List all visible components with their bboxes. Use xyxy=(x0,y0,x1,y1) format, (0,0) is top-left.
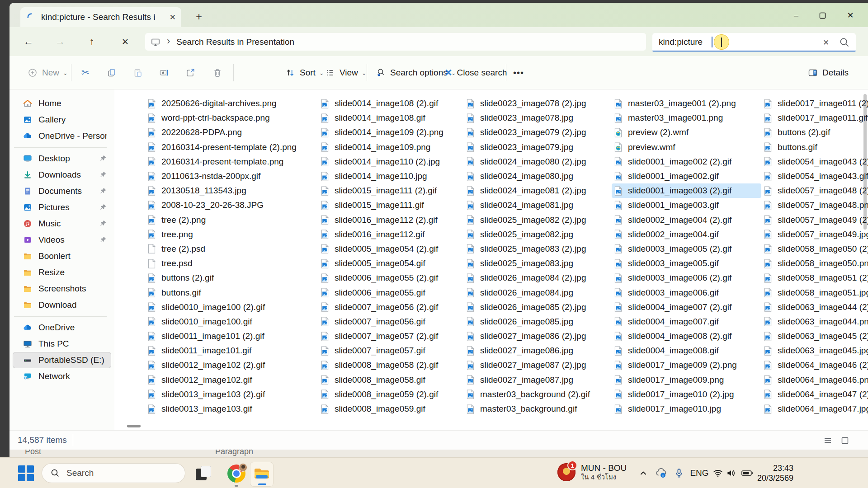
file-item[interactable]: slide0023_image078.jpg xyxy=(464,111,612,125)
tray-microphone[interactable] xyxy=(671,458,687,488)
file-item[interactable]: slide0004_image008 (2).gif xyxy=(612,329,761,343)
sports-notification[interactable]: 1 MUN - BOU ใน 4 ชั่วโมง xyxy=(557,463,627,481)
taskbar-clock[interactable]: 23:43 20/3/2569 xyxy=(757,463,793,483)
sidebar-item-downloads[interactable]: Downloads xyxy=(13,167,111,183)
delete-button[interactable] xyxy=(208,63,227,83)
sidebar-item-gallery[interactable]: Gallery xyxy=(13,112,111,127)
file-item[interactable]: buttons.gif xyxy=(761,140,868,155)
file-item[interactable]: preview.wmf xyxy=(612,140,761,155)
file-item[interactable]: slide0008_image059.gif xyxy=(318,402,464,416)
file-item[interactable]: slide0023_image078 (2).jpg xyxy=(464,96,612,111)
file-item[interactable]: slide0025_image083 (2).jpg xyxy=(464,242,612,256)
file-item[interactable]: slide0058_image051.jpg xyxy=(761,285,868,300)
stop-refresh-button[interactable]: ✕ xyxy=(116,33,134,50)
large-icons-toggle[interactable] xyxy=(838,434,852,447)
file-item[interactable]: slide0014_image110.jpg xyxy=(318,169,464,183)
file-list[interactable]: 20250626-digital-archives.pngword-ppt-ct… xyxy=(114,89,868,430)
file-item[interactable]: slide0054_image043 (2).gif xyxy=(761,155,868,169)
file-item[interactable]: 20160314-present-template (2).png xyxy=(145,140,318,155)
sidebar-item-onedrive[interactable]: OneDrive xyxy=(13,320,111,335)
sidebar-item-portablessd-e-[interactable]: PortableSSD (E:) xyxy=(13,352,111,368)
file-item[interactable]: slide0013_image103.gif xyxy=(145,402,318,416)
file-item[interactable]: buttons (2).gif xyxy=(761,125,868,140)
horizontal-scrollbar-thumb[interactable] xyxy=(127,425,141,427)
file-item[interactable]: 20250626-digital-archives.png xyxy=(145,96,318,111)
file-item[interactable]: slide0003_image005.gif xyxy=(612,256,761,271)
file-item[interactable]: slide0004_image007.gif xyxy=(612,314,761,329)
file-item[interactable]: slide0017_image009 (2).png xyxy=(612,358,761,372)
file-item[interactable]: buttons (2).gif xyxy=(145,271,318,285)
search-magnifier-icon[interactable] xyxy=(839,37,850,48)
file-item[interactable]: slide0017_image010.jpg xyxy=(612,402,761,416)
file-item[interactable]: slide0007_image056 (2).gif xyxy=(318,300,464,314)
new-button[interactable]: New⌄ xyxy=(23,63,72,83)
file-item[interactable]: slide0023_image079 (2).jpg xyxy=(464,125,612,140)
file-item[interactable]: slide0026_image085.jpg xyxy=(464,314,612,329)
file-item[interactable]: slide0017_image011 (2).gif xyxy=(761,96,868,111)
file-item[interactable]: slide0027_image086.jpg xyxy=(464,343,612,358)
file-item[interactable]: slide0005_image054.gif xyxy=(318,256,464,271)
file-item[interactable]: slide0027_image086 (2).jpg xyxy=(464,329,612,343)
file-item[interactable]: slide0063_image044.png xyxy=(761,314,868,329)
file-item[interactable]: slide0064_image047 (2).jpg xyxy=(761,387,868,402)
more-options-button[interactable]: ••• xyxy=(509,63,528,83)
file-item[interactable]: slide0026_image084.jpg xyxy=(464,285,612,300)
file-item[interactable]: slide0008_image059 (2).gif xyxy=(318,387,464,402)
address-bar[interactable]: › Search Results in Presentation xyxy=(145,33,646,51)
file-item[interactable]: slide0057_image048 (2).png xyxy=(761,183,868,198)
file-item[interactable]: slide0007_image057.gif xyxy=(318,343,464,358)
file-item[interactable]: tree.psd xyxy=(145,256,318,271)
sidebar-item-music[interactable]: Music xyxy=(13,216,111,231)
file-item[interactable]: slide0016_image112.gif xyxy=(318,227,464,242)
file-item[interactable]: slide0010_image100.gif xyxy=(145,314,318,329)
file-item[interactable]: slide0024_image081.jpg xyxy=(464,198,612,212)
file-item[interactable]: slide0063_image045.jpg xyxy=(761,343,868,358)
file-item[interactable]: slide0014_image109.png xyxy=(318,140,464,155)
file-item[interactable]: slide0003_image005 (2).gif xyxy=(612,242,761,256)
explorer-tab[interactable]: kind:picture - Search Results i ✕ xyxy=(20,7,181,27)
file-item[interactable]: slide0058_image050 (2).png xyxy=(761,242,868,256)
file-item[interactable]: 20130518_113543.jpg xyxy=(145,183,318,198)
file-item[interactable]: slide0002_image004.gif xyxy=(612,227,761,242)
file-item[interactable]: slide0008_image058 (2).gif xyxy=(318,358,464,372)
file-item[interactable]: slide0024_image081 (2).jpg xyxy=(464,183,612,198)
sidebar-item-resize[interactable]: Resize xyxy=(13,265,111,280)
file-item[interactable]: slide0013_image103 (2).gif xyxy=(145,387,318,402)
tray-overflow-chevron[interactable] xyxy=(635,458,651,488)
taskbar-app-file-explorer[interactable] xyxy=(250,462,274,487)
file-item[interactable]: slide0011_image101 (2).gif xyxy=(145,329,318,343)
file-item[interactable]: slide0006_image055 (2).gif xyxy=(318,271,464,285)
file-item[interactable]: slide0014_image110 (2).jpg xyxy=(318,155,464,169)
minimize-button[interactable]: – xyxy=(783,6,809,24)
sidebar-item-home[interactable]: Home xyxy=(13,96,111,111)
file-item[interactable]: 20160314-present-template.png xyxy=(145,155,318,169)
file-item[interactable]: slide0001_image003 (2).gif xyxy=(612,183,761,198)
sidebar-item-documents[interactable]: Documents xyxy=(13,183,111,199)
start-button[interactable] xyxy=(18,465,34,482)
file-item[interactable]: tree.png xyxy=(145,227,318,242)
file-item[interactable]: slide0014_image108.gif xyxy=(318,111,464,125)
file-item[interactable]: slide0003_image006 (2).gif xyxy=(612,271,761,285)
file-item[interactable]: slide0058_image051 (2).jpg xyxy=(761,271,868,285)
file-item[interactable]: slide0017_image011.gif xyxy=(761,111,868,125)
file-item[interactable]: slide0023_image079.jpg xyxy=(464,140,612,155)
share-button[interactable] xyxy=(180,63,200,83)
file-item[interactable]: slide0063_image044 (2).png xyxy=(761,300,868,314)
cut-button[interactable]: ✂ xyxy=(75,63,95,83)
search-box[interactable]: ✕ xyxy=(652,33,856,52)
file-item[interactable]: slide0001_image002 (2).gif xyxy=(612,155,761,169)
file-item[interactable]: slide0007_image056.gif xyxy=(318,314,464,329)
file-item[interactable]: slide0064_image046 (2).png xyxy=(761,358,868,372)
file-item[interactable]: tree (2).psd xyxy=(145,242,318,256)
taskbar-search[interactable]: Search xyxy=(42,463,185,483)
file-item[interactable]: slide0008_image058.gif xyxy=(318,373,464,387)
sidebar-item-download[interactable]: Download xyxy=(13,297,111,313)
file-item[interactable]: slide0058_image050.png xyxy=(761,256,868,271)
maximize-button[interactable] xyxy=(809,6,835,24)
file-item[interactable]: slide0012_image102.gif xyxy=(145,373,318,387)
file-item[interactable]: slide0027_image087.jpg xyxy=(464,373,612,387)
file-item[interactable]: slide0011_image101.gif xyxy=(145,343,318,358)
file-item[interactable]: slide0064_image047.jpg xyxy=(761,402,868,416)
tray-onedrive[interactable] xyxy=(652,458,670,488)
file-item[interactable]: master03_background (2).gif xyxy=(464,387,612,402)
